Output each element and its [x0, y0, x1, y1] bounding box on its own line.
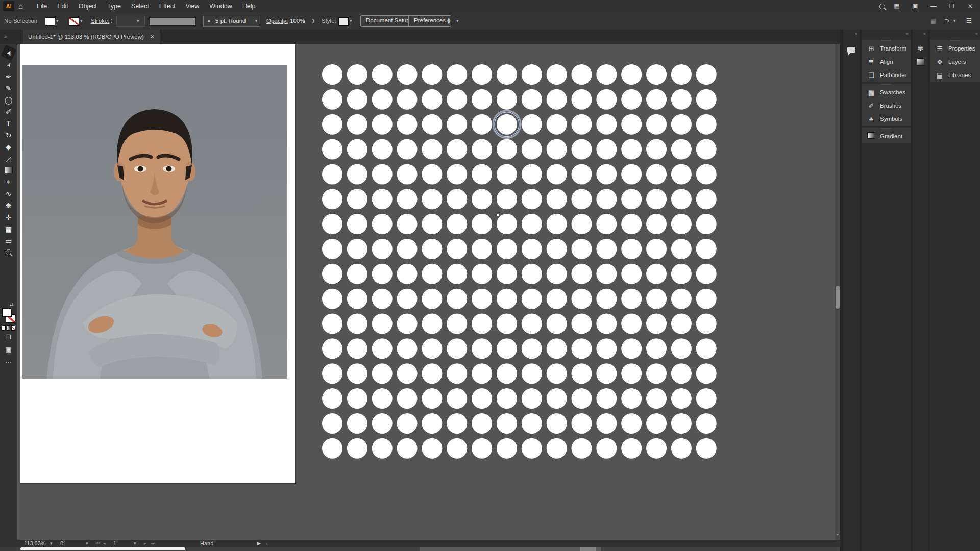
artboard-caret-icon[interactable]: ▾: [134, 540, 136, 547]
canvas-area[interactable]: [17, 44, 835, 540]
lasso-tool[interactable]: ◯: [3, 94, 15, 106]
menu-type[interactable]: Type: [102, 0, 126, 12]
stroke-weight-field[interactable]: [116, 16, 145, 27]
stroke-label[interactable]: Stroke:: [91, 12, 109, 30]
scroll-down-icon[interactable]: ▼: [835, 533, 840, 536]
brush-definition-field[interactable]: ● 5 pt. Round: [203, 16, 257, 27]
grid-snap-icon[interactable]: ▦: [930, 12, 936, 30]
curvature-tool[interactable]: ✎: [3, 82, 15, 94]
last-artboard-icon[interactable]: ⏭: [151, 540, 155, 547]
panel-expand-icon[interactable]: »: [4, 30, 7, 44]
comments-panel-icon[interactable]: [843, 43, 860, 56]
panel-grip[interactable]: [881, 128, 891, 129]
workspace-switcher-icon[interactable]: ▦: [890, 3, 903, 10]
horizontal-scroll-thumb[interactable]: [420, 547, 601, 551]
color-panel-icon[interactable]: ✾: [913, 42, 928, 55]
none-mode-icon[interactable]: [11, 325, 15, 331]
document-setup-button[interactable]: Document Setup: [360, 15, 415, 27]
control-panel-menu-icon[interactable]: ☰: [966, 12, 972, 30]
rotate-tool[interactable]: ↻: [3, 129, 15, 141]
rotation-caret-icon[interactable]: ▾: [86, 540, 88, 547]
arrange-documents-icon[interactable]: ▣: [909, 3, 922, 10]
menu-window[interactable]: Window: [204, 0, 237, 12]
panel-button-layers[interactable]: ❖Layers: [930, 55, 980, 68]
pen-tool[interactable]: ✒: [3, 70, 15, 82]
eraser-tool[interactable]: ◆: [3, 141, 15, 153]
edit-toolbar-icon[interactable]: ⋯: [0, 358, 17, 366]
panel-button-brushes[interactable]: ✐Brushes: [862, 99, 911, 112]
color-mode-icon[interactable]: [2, 325, 6, 331]
panel-button-symbols[interactable]: ♣Symbols: [862, 112, 911, 126]
swap-fill-stroke-icon[interactable]: ⇄: [10, 302, 14, 307]
fill-color-chip[interactable]: [45, 17, 55, 26]
style-chip[interactable]: [338, 17, 349, 26]
panel-button-properties[interactable]: ☰Properties: [930, 42, 980, 55]
panel-button-align[interactable]: ≣Align: [862, 55, 911, 68]
collapse-dock-icon[interactable]: «: [913, 30, 928, 38]
collapse-dock-icon[interactable]: «: [930, 30, 980, 38]
symbol-sprayer-tool[interactable]: ❋: [3, 199, 15, 211]
panel-grip[interactable]: [881, 84, 891, 85]
panel-button-pathfinder[interactable]: ❏Pathfinder: [862, 68, 911, 82]
puppet-pin-tool[interactable]: ✛: [3, 211, 15, 223]
menu-view[interactable]: View: [180, 0, 204, 12]
type-tool[interactable]: T: [3, 117, 15, 129]
brush-caret-icon[interactable]: ▾: [253, 16, 260, 27]
artboard-tool[interactable]: ▭: [3, 235, 15, 246]
close-button[interactable]: ✕: [964, 3, 977, 10]
prev-artboard-icon[interactable]: ◂: [103, 540, 106, 547]
menu-edit[interactable]: Edit: [52, 0, 74, 12]
zoom-level-value[interactable]: 113,03%: [24, 540, 46, 547]
fill-swatch[interactable]: [2, 308, 12, 317]
menu-file[interactable]: File: [32, 0, 52, 12]
document-tab[interactable]: Untitled-1* @ 113,03 % (RGB/CPU Preview)…: [23, 30, 160, 44]
home-icon[interactable]: ⌂: [18, 1, 23, 12]
paintbrush-tool[interactable]: ✐: [3, 106, 15, 117]
panel-grip[interactable]: [950, 40, 960, 41]
stroke-weight-caret-icon[interactable]: ▾: [137, 12, 139, 30]
draw-mode-icon[interactable]: ❐: [0, 334, 17, 341]
first-artboard-icon[interactable]: ⏮: [96, 540, 100, 547]
status-back-icon[interactable]: ‹: [266, 540, 268, 547]
gradient-panel-icon[interactable]: [913, 55, 928, 68]
next-artboard-icon[interactable]: ▸: [144, 540, 146, 547]
zoom-tool[interactable]: [3, 246, 15, 258]
width-profile-dropdown[interactable]: [149, 17, 196, 26]
panel-button-gradient[interactable]: Gradient: [862, 130, 911, 143]
placed-photo[interactable]: [22, 65, 287, 379]
menu-object[interactable]: Object: [74, 0, 102, 12]
symbol-options-icon[interactable]: ⧫: [447, 12, 450, 30]
preferences-button[interactable]: Preferences: [408, 15, 451, 27]
collapse-dock-icon[interactable]: «: [843, 30, 860, 38]
gradient-mode-icon[interactable]: [7, 325, 11, 331]
horizontal-scroll-thumb-active[interactable]: [20, 547, 185, 550]
eyedropper-tool[interactable]: ⌖: [3, 176, 15, 188]
stroke-color-chip[interactable]: [69, 17, 79, 26]
menu-help[interactable]: Help: [237, 0, 261, 12]
restore-button[interactable]: ❒: [945, 3, 959, 10]
style-caret-icon[interactable]: ▾: [350, 12, 352, 30]
panel-button-transform[interactable]: ⊞Transform: [862, 42, 911, 55]
collapse-dock-icon[interactable]: «: [862, 30, 911, 38]
stroke-caret-icon[interactable]: ▾: [80, 12, 83, 30]
minimize-button[interactable]: —: [927, 3, 940, 10]
screen-mode-icon[interactable]: ▣: [0, 346, 17, 353]
panel-button-libraries[interactable]: ▤Libraries: [930, 68, 980, 82]
vertical-scroll-thumb[interactable]: [836, 286, 840, 309]
zoom-caret-icon[interactable]: ▾: [50, 540, 53, 547]
scale-tool[interactable]: ◿: [3, 153, 15, 164]
stroke-weight-stepper[interactable]: ▴▾: [109, 16, 114, 26]
menu-select[interactable]: Select: [126, 0, 154, 12]
status-play-icon[interactable]: ▶: [257, 540, 261, 547]
graph-tool[interactable]: ▦: [3, 223, 15, 235]
panel-grip[interactable]: [881, 40, 891, 41]
shaper-tool[interactable]: ∿: [3, 188, 15, 199]
rotation-value[interactable]: 0°: [60, 540, 66, 547]
menu-effect[interactable]: Effect: [154, 0, 181, 12]
panel-button-swatches[interactable]: ▦Swatches: [862, 86, 911, 99]
align-glyphs-caret-icon[interactable]: ▾: [953, 12, 956, 30]
opacity-label[interactable]: Opacity:: [266, 12, 288, 30]
align-glyphs-icon[interactable]: ⊃: [944, 12, 949, 30]
artboard-number-field[interactable]: 1: [113, 540, 116, 547]
opacity-more-icon[interactable]: ❯: [311, 12, 315, 30]
